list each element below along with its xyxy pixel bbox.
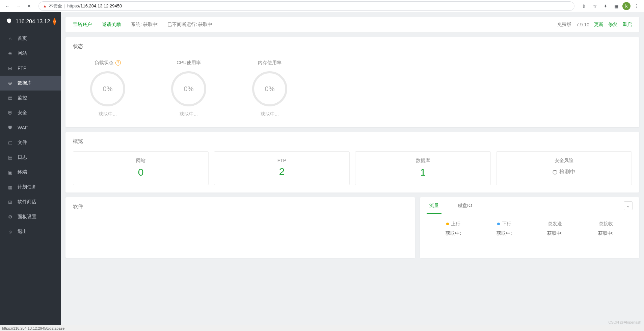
sidebar-item-security[interactable]: ⛨安全 [0,105,61,120]
overview-card-database[interactable]: 数据库 1 [355,151,491,185]
version-label: 免费版 [557,22,571,28]
system-label: 系统: 获取中: [131,22,159,28]
update-link[interactable]: 更新 [594,22,603,28]
sidebar-item-files[interactable]: ▢文件 [0,135,61,150]
grid-icon: ⊞ [7,199,13,205]
watermark: CSDN @Alopenash [609,320,641,324]
browser-statusbar: https://116.204.13.12:29450/database [0,325,644,331]
help-icon[interactable]: ? [115,60,121,66]
ftp-icon: ⊟ [7,66,13,71]
version-number: 7.9.10 [576,22,589,27]
gauge-circle: 0% [90,71,125,106]
warning-icon: ▲ [43,4,47,8]
overview-card-security[interactable]: 安全风险 检测中 [496,151,632,185]
server-ip: 116.204.13.12 [16,19,50,25]
restart-link[interactable]: 重启 [622,22,632,28]
home-icon: ⌂ [7,36,13,41]
sidebar-item-logs[interactable]: ▤日志 [0,150,61,165]
url-protocol: https [67,3,77,8]
overview-card-website[interactable]: 网站 0 [73,151,209,185]
overview-card-ftp[interactable]: FTP 2 [214,151,350,185]
account-link[interactable]: 宝塔账户 [73,22,92,28]
tab-diskio[interactable]: 磁盘IO [455,197,475,214]
dot-icon [446,223,449,225]
sidebar-item-home[interactable]: ⌂首页 [0,31,61,46]
net-stat-download: 下行 获取中: [479,221,530,236]
net-stat-total-recv: 总接收 获取中: [581,221,632,236]
spinner-icon [553,170,557,175]
sidebar-item-waf[interactable]: ⛊WAF [0,120,61,135]
overview-panel: 概览 网站 0 FTP 2 数据库 1 安全风险 检测中 [65,132,639,193]
repair-link[interactable]: 修复 [608,22,618,28]
sidebar-item-website[interactable]: ⊕网站 [0,46,61,61]
database-icon: ⊜ [7,80,13,86]
url-path: ://116.204.13.12:29450 [77,3,122,8]
back-button[interactable]: ← [3,1,12,11]
insecure-label: 不安全 [49,3,62,9]
browser-toolbar: ← → ✕ ▲ 不安全 | https://116.204.13.12:2945… [0,0,644,12]
sidebar-header: 116.204.13.12 0 [0,12,61,31]
profile-avatar[interactable]: k [622,2,630,10]
gauge-load[interactable]: 负载状态? 0% 获取中... [79,60,136,117]
gear-icon: ⚙ [7,214,13,220]
sidebar-item-database[interactable]: ⊜数据库 [0,76,61,91]
network-panel: 流量 磁盘IO ⌄ 上行 获取中: 下行 获取中: 总发送 获取中: [420,197,639,258]
monitor-icon: ▤ [7,95,13,101]
shield-icon: ⛨ [7,110,13,116]
waf-icon: ⛊ [7,125,13,130]
address-bar[interactable]: ▲ 不安全 | https://116.204.13.12:29450 [38,1,574,11]
sidebar-item-cron[interactable]: ▦计划任务 [0,180,61,195]
status-title: 状态 [65,37,639,50]
globe-icon: ⊕ [7,51,13,56]
sidebar-item-monitor[interactable]: ▤监控 [0,91,61,105]
gauge-circle: 0% [252,71,287,106]
gauge-circle: 0% [171,71,206,106]
sidebar: 116.204.13.12 0 ⌂首页 ⊕网站 ⊟FTP ⊜数据库 ▤监控 ⛨安… [0,12,61,325]
gauge-memory[interactable]: 内存使用率 0% 获取中... [241,60,298,117]
main-content: 宝塔账户 邀请奖励 系统: 获取中: 已不间断运行: 获取中 免费版 7.9.1… [61,12,644,325]
sidebar-item-ftp[interactable]: ⊟FTP [0,61,61,76]
terminal-icon: ▣ [7,170,13,175]
log-icon: ▤ [7,155,13,160]
sidebar-item-terminal[interactable]: ▣终端 [0,165,61,180]
tab-traffic[interactable]: 流量 [427,197,441,214]
logout-icon: ⎋ [7,229,13,234]
status-panel: 状态 负载状态? 0% 获取中... CPU使用率 0% 获取中... 内存使用… [65,37,639,127]
gauge-cpu[interactable]: CPU使用率 0% 获取中... [160,60,217,117]
net-stat-upload: 上行 获取中: [428,221,479,236]
invite-link[interactable]: 邀请奖励 [102,22,121,28]
extensions-icon[interactable]: ✦ [601,1,610,11]
stop-button[interactable]: ✕ [24,1,34,11]
sidepanel-icon[interactable]: ▣ [612,1,621,11]
menu-icon[interactable]: ⋮ [632,1,641,11]
info-bar: 宝塔账户 邀请奖励 系统: 获取中: 已不间断运行: 获取中 免费版 7.9.1… [65,17,639,32]
bookmark-icon[interactable]: ☆ [590,1,599,11]
uptime-label: 已不间断运行: 获取中 [167,22,213,28]
folder-icon: ▢ [7,140,13,145]
statusbar-url: https://116.204.13.12:29450/database [2,326,64,330]
notification-badge[interactable]: 0 [53,18,56,25]
sidebar-item-appstore[interactable]: ⊞软件商店 [0,195,61,209]
software-title: 软件 [65,197,415,216]
dot-icon [497,223,500,225]
share-icon[interactable]: ⇧ [579,1,589,11]
sidebar-item-logout[interactable]: ⎋退出 [0,224,61,239]
expand-button[interactable]: ⌄ [624,201,633,210]
software-panel: 软件 [65,197,415,258]
overview-title: 概览 [65,132,639,145]
net-stat-total-sent: 总发送 获取中: [530,221,581,236]
calendar-icon: ▦ [7,184,13,190]
forward-button[interactable]: → [14,1,23,11]
shield-icon [6,18,12,25]
sidebar-item-settings[interactable]: ⚙面板设置 [0,209,61,224]
